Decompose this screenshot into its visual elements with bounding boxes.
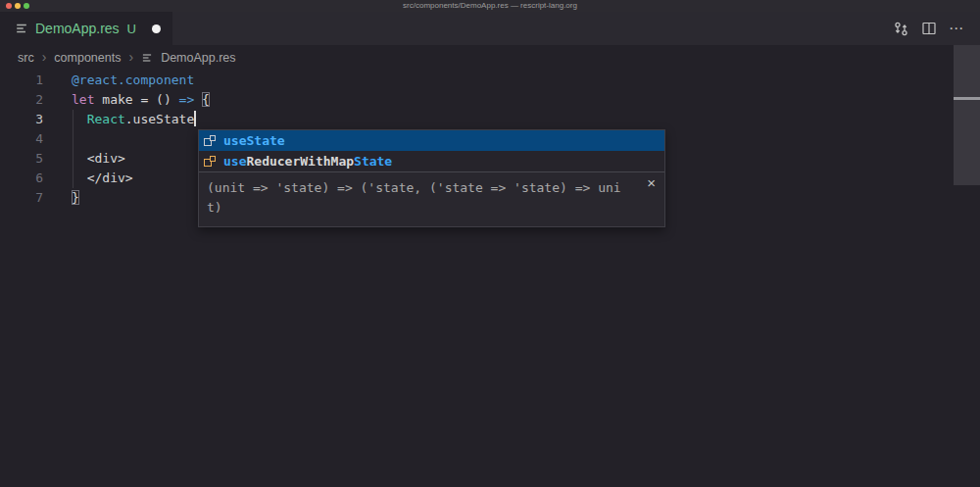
- line-content: }: [43, 190, 79, 205]
- line-content: </div>: [43, 170, 133, 185]
- suggest-docs-panel: (unit => 'state) => ('state, ('state => …: [199, 171, 664, 226]
- code-editor[interactable]: 1@react.component2let make = () => {3 Re…: [0, 71, 980, 487]
- line-number: 5: [0, 149, 43, 169]
- line-content: let make = () => {: [43, 92, 210, 107]
- git-untracked-badge: U: [127, 22, 136, 36]
- breadcrumb-item-file[interactable]: DemoApp.res: [161, 51, 235, 65]
- line-number: 4: [0, 129, 43, 149]
- suggestion-label: useState: [223, 133, 285, 148]
- modified-dot-icon[interactable]: [152, 24, 161, 33]
- symbol-enum-icon: [202, 154, 218, 170]
- tab-demoapp[interactable]: DemoApp.res U: [0, 12, 172, 45]
- window-title: src/components/DemoApp.res — rescript-la…: [0, 0, 980, 12]
- breadcrumb-item-src[interactable]: src: [18, 51, 34, 65]
- line-content: React.useState: [43, 112, 196, 126]
- docs-text: (unit => 'state) => ('state, ('state => …: [207, 178, 639, 218]
- more-actions-button[interactable]: ⋯: [949, 24, 964, 33]
- file-icon: [15, 22, 28, 35]
- line-content: <div>: [43, 151, 125, 166]
- suggest-widget: useStateuseReducerWithMapState (unit => …: [198, 129, 665, 227]
- vscode-window: { "colors": { "accent_blue": "#569CD6", …: [0, 0, 980, 487]
- text-cursor: [194, 111, 196, 126]
- code-line[interactable]: 3 React.useState: [0, 110, 980, 129]
- breadcrumb-item-components[interactable]: components: [54, 51, 121, 65]
- line-number: 7: [0, 188, 43, 208]
- tab-label: DemoApp.res: [35, 21, 120, 36]
- overview-ruler-cursor-marker: [954, 97, 980, 100]
- line-number: 3: [0, 110, 43, 129]
- docs-signature-line: t): [207, 198, 639, 218]
- suggestion-label: useReducerWithMapState: [223, 154, 392, 169]
- code-line[interactable]: 1@react.component: [0, 71, 980, 90]
- line-content: @react.component: [43, 73, 194, 87]
- line-number: 2: [0, 90, 43, 110]
- file-icon: [141, 52, 153, 64]
- split-editor-icon: [921, 21, 937, 36]
- vertical-scrollbar[interactable]: [954, 45, 980, 185]
- git-compare-icon: [893, 21, 909, 37]
- open-changes-button[interactable]: [893, 21, 909, 37]
- suggestion-item[interactable]: useReducerWithMapState: [199, 151, 664, 171]
- line-number: 1: [0, 71, 43, 90]
- zoom-window-button[interactable]: [24, 3, 29, 9]
- indent-guide: [73, 110, 74, 188]
- close-icon[interactable]: ×: [647, 175, 656, 190]
- titlebar: src/components/DemoApp.res — rescript-la…: [0, 0, 980, 12]
- minimize-window-button[interactable]: [15, 3, 21, 9]
- window-controls: [6, 3, 29, 9]
- close-window-button[interactable]: [6, 3, 12, 9]
- chevron-right-icon: ›: [42, 49, 47, 65]
- chevron-right-icon: ›: [128, 49, 133, 65]
- split-editor-button[interactable]: [921, 21, 937, 36]
- editor-actions: ⋯: [893, 12, 980, 45]
- docs-signature-line: (unit => 'state) => ('state, ('state => …: [207, 178, 639, 198]
- code-line[interactable]: 2let make = () => {: [0, 90, 980, 110]
- symbol-value-icon: [202, 133, 218, 149]
- breadcrumb: src › components › DemoApp.res: [0, 45, 980, 71]
- line-number: 6: [0, 169, 43, 188]
- line-content: [43, 131, 72, 146]
- suggestion-item[interactable]: useState: [199, 130, 664, 151]
- tab-bar: DemoApp.res U ⋯: [0, 12, 980, 45]
- suggest-list: useStateuseReducerWithMapState: [199, 130, 664, 171]
